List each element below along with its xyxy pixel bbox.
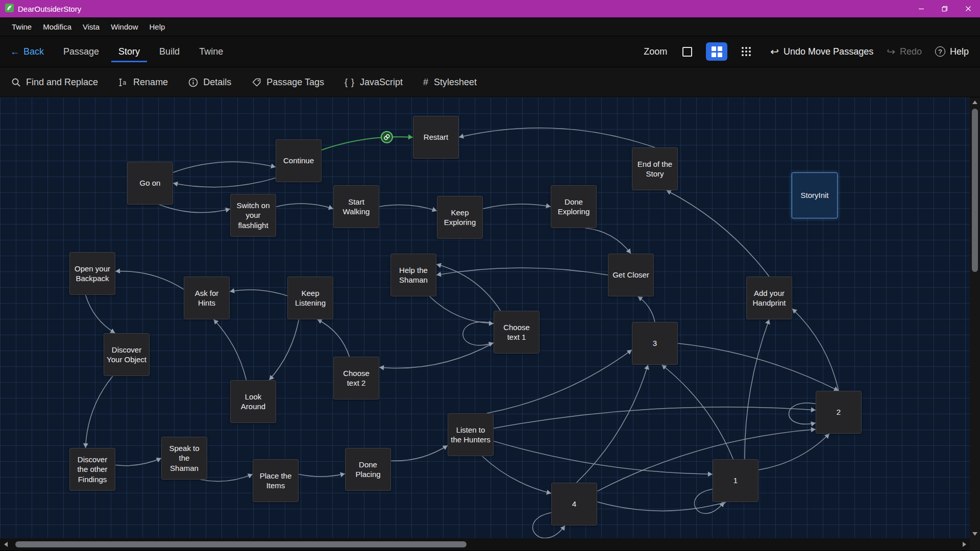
back-label: Back: [23, 46, 44, 57]
vertical-scrollbar[interactable]: [970, 97, 980, 538]
zoom-small-button[interactable]: [736, 42, 757, 61]
main-toolbar: ← Back Passage Story Build Twine Zoom ↩ …: [0, 36, 980, 67]
redo-icon: ↪: [887, 46, 895, 57]
passage-node-done-exploring[interactable]: Done Exploring: [551, 185, 597, 228]
undo-button[interactable]: ↩ Undo Move Passages: [770, 46, 873, 57]
passage-node-node-4[interactable]: 4: [551, 483, 597, 525]
passage-label: End of the Story: [635, 159, 675, 179]
maximize-button[interactable]: [933, 0, 957, 17]
details-button[interactable]: Details: [188, 77, 231, 88]
passage-node-keep-exploring[interactable]: Keep Exploring: [437, 196, 483, 239]
back-arrow-icon: ←: [10, 46, 19, 57]
passage-node-get-closer[interactable]: Get Closer: [608, 254, 654, 296]
passage-node-discover-object[interactable]: Discover Your Object: [104, 333, 150, 376]
hash-icon: #: [423, 77, 429, 88]
help-button[interactable]: ? Help: [935, 46, 969, 57]
svg-text:a: a: [123, 79, 127, 86]
passage-label: Keep Exploring: [440, 208, 480, 228]
passage-label: Discover the other Findings: [72, 455, 112, 485]
help-icon: ?: [935, 46, 945, 57]
passage-node-open-backpack[interactable]: Open your Backpack: [69, 252, 115, 295]
zoom-small-icon: [742, 47, 751, 56]
vertical-scrollbar-thumb[interactable]: [972, 109, 978, 272]
passage-node-listen-hunters[interactable]: Listen to the Hunters: [448, 413, 494, 456]
menubar: Twine Modifica Vista Window Help: [0, 17, 980, 36]
passage-node-keep-listening[interactable]: Keep Listening: [287, 277, 333, 319]
braces-icon: { }: [345, 77, 355, 88]
passage-node-speak-shaman[interactable]: Speak to the Shaman: [161, 437, 207, 480]
passage-node-discover-findings[interactable]: Discover the other Findings: [69, 448, 115, 491]
stylesheet-button[interactable]: # Stylesheet: [423, 77, 477, 88]
passage-tags-button[interactable]: Passage Tags: [252, 77, 324, 88]
passage-node-switch-flashlight[interactable]: Switch on your flashlight: [230, 194, 276, 237]
passage-label: Help the Shaman: [394, 265, 433, 285]
passage-node-continue[interactable]: Continue: [276, 139, 322, 182]
passage-node-node-3[interactable]: 3: [632, 322, 678, 365]
passage-node-choose-text-2[interactable]: Choose text 2: [333, 357, 379, 399]
passage-node-look-around[interactable]: Look Around: [230, 380, 276, 423]
window-title: DearOutsiderStory: [18, 5, 81, 13]
tab-story[interactable]: Story: [111, 41, 147, 62]
menu-vista[interactable]: Vista: [77, 22, 105, 31]
passage-label: StoryInit: [800, 190, 828, 201]
minimize-button[interactable]: [910, 0, 933, 17]
passage-label: Ask for Hints: [187, 288, 227, 308]
scroll-left-button[interactable]: [0, 538, 11, 550]
redo-button[interactable]: ↪ Redo: [887, 46, 922, 57]
menu-window[interactable]: Window: [105, 22, 143, 31]
passage-node-end-of-story[interactable]: End of the Story: [632, 147, 678, 190]
passage-node-help-shaman[interactable]: Help the Shaman: [390, 254, 436, 296]
passage-label: 2: [837, 407, 841, 417]
passage-label: Choose text 1: [497, 322, 536, 342]
passage-node-add-handprint[interactable]: Add your Handprint: [746, 277, 792, 319]
menu-modifica[interactable]: Modifica: [37, 22, 77, 31]
scroll-right-button[interactable]: [959, 538, 970, 550]
find-and-replace-button[interactable]: Find and Replace: [11, 77, 98, 88]
passage-node-go-on[interactable]: Go on: [127, 162, 173, 205]
tab-build[interactable]: Build: [152, 41, 187, 62]
zoom-medium-button[interactable]: [706, 42, 727, 61]
tab-twine[interactable]: Twine: [192, 41, 230, 62]
passage-label: Done Placing: [348, 460, 388, 480]
close-button[interactable]: [957, 0, 980, 17]
passage-label: 1: [733, 475, 738, 486]
menu-twine[interactable]: Twine: [6, 22, 37, 31]
story-canvas[interactable]: RestartContinueGo onSwitch on your flash…: [0, 97, 970, 538]
passage-node-place-items[interactable]: Place the Items: [253, 459, 299, 502]
horizontal-scrollbar-thumb[interactable]: [15, 541, 467, 547]
passage-label: Look Around: [233, 392, 273, 412]
tab-passage[interactable]: Passage: [56, 41, 106, 62]
undo-label: Undo Move Passages: [783, 46, 873, 57]
zoom-medium-icon: [712, 46, 722, 57]
twine-logo-icon: [5, 4, 14, 14]
zoom-large-icon: [682, 47, 692, 57]
zoom-label: Zoom: [644, 46, 667, 57]
passage-label: 4: [572, 499, 576, 509]
passage-node-storyinit[interactable]: StoryInit: [792, 172, 838, 218]
horizontal-scrollbar[interactable]: [0, 538, 980, 550]
javascript-button[interactable]: { } JavaScript: [345, 77, 403, 88]
menu-help[interactable]: Help: [143, 22, 170, 31]
passage-label: Restart: [424, 132, 448, 142]
passage-node-restart[interactable]: Restart: [413, 116, 459, 159]
story-tools-toolbar: Find and Replace a Rename Details Passag…: [0, 67, 980, 97]
passage-node-start-walking[interactable]: Start Walking: [333, 185, 379, 228]
back-button[interactable]: ← Back: [10, 46, 44, 57]
passage-label: Switch on your flashlight: [233, 201, 273, 231]
passage-node-done-placing[interactable]: Done Placing: [345, 448, 391, 491]
scrollbar-corner: [970, 538, 980, 550]
scroll-down-button[interactable]: [970, 529, 980, 538]
zoom-large-button[interactable]: [676, 42, 698, 61]
passage-label: Get Closer: [612, 270, 649, 280]
passage-node-ask-hints[interactable]: Ask for Hints: [184, 277, 230, 319]
rename-button[interactable]: a Rename: [118, 77, 168, 88]
passage-label: Go on: [140, 178, 161, 188]
passage-label: Place the Items: [256, 471, 296, 491]
passage-node-node-1[interactable]: 1: [713, 459, 758, 502]
passage-label: Discover Your Object: [107, 345, 146, 365]
passage-node-choose-text-1[interactable]: Choose text 1: [494, 311, 540, 354]
rename-icon: a: [118, 78, 128, 87]
scroll-up-button[interactable]: [970, 97, 980, 107]
passage-label: Add your Handprint: [749, 288, 789, 308]
passage-node-node-2[interactable]: 2: [816, 391, 862, 434]
